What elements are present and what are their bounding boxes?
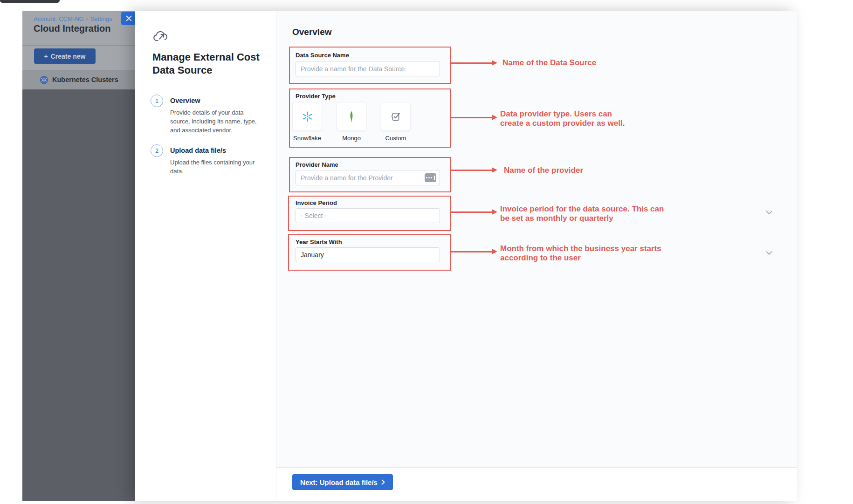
step-2-description: Upload the files containing your data. [170,158,259,176]
annotation-text-provider-name: Name of the provider [504,166,583,175]
step-number: 1 [155,97,158,104]
step-1-label[interactable]: Overview [170,97,200,104]
ellipsis-cursor-badge-icon [425,173,436,182]
close-icon [126,15,132,21]
screenshot-root: Account: CCM-NG›Settings Cloud Integrati… [0,0,853,504]
page-title: Cloud Integration [34,23,111,34]
provider-name-label: Mongo [342,135,361,142]
provider-type-label: Provider Type [296,93,336,100]
kubernetes-icon [40,75,48,84]
manage-data-source-drawer: Manage External Cost Data Source 1 Overv… [135,11,797,501]
data-source-name-label: Data Source Name [296,52,349,59]
step-1-description: Provide details of your data source, inc… [170,109,262,135]
custom-provider-icon [390,110,402,123]
annotation-text-provider-type: Data provider type. Users can create a c… [500,109,625,129]
annotation-arrow [451,117,492,118]
invoice-period-select[interactable]: - Select - [296,208,440,223]
breadcrumb-separator-icon: › [86,16,88,22]
chevron-down-icon[interactable] [765,210,773,215]
year-starts-with-label: Year Starts With [296,238,342,245]
snowflake-icon [301,110,314,123]
data-source-name-input[interactable] [296,61,440,76]
create-new-button[interactable]: + Create new [34,48,96,64]
provider-card[interactable] [292,102,322,131]
chevron-right-icon [381,479,385,485]
provider-name-input[interactable] [296,170,440,185]
cloud-export-icon [152,28,169,44]
year-starts-with-select[interactable]: January [296,247,440,262]
annotation-text-data-source: Name of the Data Source [502,58,596,68]
divider [22,45,135,46]
annotation-arrow [451,211,492,213]
tab-kubernetes-clusters[interactable]: Kubernetes Clusters [40,75,118,84]
annotation-text-year-starts: Month from which the business year start… [500,244,661,263]
provider-name-input-wrap [296,170,440,185]
breadcrumb-account-link[interactable]: Account: CCM-NG [34,15,84,22]
next-upload-button[interactable]: Next: Upload data file/s [292,474,393,490]
annotation-arrow [451,170,492,171]
tab-label: Kubernetes Clusters [52,76,118,83]
breadcrumb: Account: CCM-NG›Settings [34,15,112,22]
drawer-close-button[interactable] [121,12,136,25]
next-upload-button-label: Next: Upload data file/s [300,478,378,486]
chevron-down-icon[interactable] [765,251,773,255]
provider-name-field-label: Provider Name [296,161,338,168]
invoice-period-label: Invoice Period [296,199,337,206]
provider-option-mongo[interactable]: Mongo [337,102,366,142]
step-2-label[interactable]: Upload data file/s [170,147,226,154]
mongo-leaf-icon [346,110,357,123]
provider-name-label: Custom [385,135,406,142]
annotation-arrow [451,251,492,252]
drawer-title: Manage External Cost Data Source [152,51,267,77]
annotation-arrow [451,62,492,64]
form-heading: Overview [292,27,332,37]
provider-card[interactable] [337,102,366,131]
breadcrumb-settings-link[interactable]: Settings [90,15,112,22]
tab-bar: Kubernetes Clusters C [22,70,135,89]
step-number: 2 [155,147,158,154]
provider-option-snowflake[interactable]: Snowflake [292,102,322,142]
plus-icon: + [44,53,48,60]
step-2-indicator: 2 [151,144,163,157]
provider-option-custom[interactable]: Custom [381,102,411,142]
dimmed-background-page: Account: CCM-NG›Settings Cloud Integrati… [22,11,135,501]
provider-card[interactable] [381,102,411,131]
year-starts-with-value: January [301,251,324,259]
browser-artifact-bar [0,0,60,3]
annotation-text-invoice-period: Invoice period for the data source. This… [500,204,664,224]
create-new-button-label: Create new [51,53,86,60]
provider-name-label: Snowflake [293,135,321,142]
dimmed-content-area [22,89,135,501]
step-1-indicator: 1 [151,95,163,107]
invoice-period-value: - Select - [301,212,327,219]
